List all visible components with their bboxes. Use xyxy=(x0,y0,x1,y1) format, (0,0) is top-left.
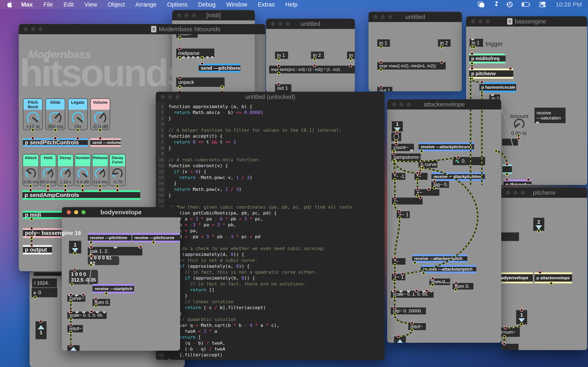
untitled-maxmin-window-titlebar[interactable]: untitled xyxy=(369,12,462,22)
times-b[interactable]: *~ xyxy=(392,258,406,265)
stage-manager-icon[interactable] xyxy=(478,1,485,8)
untitled-tanh-window-titlebar[interactable]: untitled xyxy=(266,19,355,29)
ftom-1[interactable]: ftom 0. xyxy=(429,278,450,285)
menu-item-debug[interactable]: Debug xyxy=(193,1,221,8)
knob-sustain[interactable]: Sustain0.0 dB xyxy=(75,154,91,186)
traffic-lights[interactable] xyxy=(392,102,411,106)
traffic-lights[interactable] xyxy=(373,15,392,19)
ftom[interactable]: ftom 0. xyxy=(93,299,110,306)
minimize-button[interactable] xyxy=(478,19,483,24)
midiparse[interactable]: midiparse xyxy=(176,49,214,58)
in-2[interactable]: in 2 xyxy=(311,52,324,59)
knob-glide[interactable]: Glide350 ms xyxy=(45,98,65,130)
in-1[interactable]: in 1 xyxy=(377,39,390,47)
msg-3125[interactable]: 1 0 0 0 312.5 -0.35 xyxy=(69,270,98,284)
mtof[interactable]: mtof~ xyxy=(408,323,426,330)
plus-1b[interactable]: +~ 1 xyxy=(392,274,405,280)
battery-icon[interactable] xyxy=(521,2,530,7)
receive-attackpitchtime[interactable]: receive ---attackpitchtime xyxy=(432,172,485,181)
zoom-button[interactable] xyxy=(407,102,411,106)
knob-attack[interactable]: Attack3.00 ms xyxy=(22,154,39,186)
zoom-button[interactable] xyxy=(388,15,392,19)
code-editor[interactable]: 1234567891011121314151617181920212223242… xyxy=(156,102,385,360)
zoom-button[interactable] xyxy=(38,27,43,31)
scale[interactable]: scale~ 0. 1. 0. 65. xyxy=(391,291,434,298)
times[interactable]: *~ xyxy=(415,173,428,180)
receive-attackpitchcurve[interactable]: receive ---attackpitchcurve xyxy=(419,142,474,151)
out-1[interactable]: out 1 xyxy=(275,84,291,92)
traffic-lights[interactable] xyxy=(67,210,86,214)
mtof[interactable]: mtof~ xyxy=(67,325,83,332)
close-button[interactable] xyxy=(506,191,510,195)
knob-decay[interactable]: Decay1.10 s xyxy=(57,154,74,186)
expr-tanh[interactable]: expr tanh((in1 - in3) / (1 - in2)) * (1 … xyxy=(269,66,355,73)
umenu-1[interactable]: 1 xyxy=(392,121,403,132)
p-thispoly[interactable]: p thispoly~ xyxy=(503,180,531,185)
in-1[interactable]: in 1 xyxy=(470,39,483,47)
knob-release[interactable]: Release514 ms xyxy=(92,154,108,186)
out-1[interactable]: out 1 xyxy=(377,87,392,91)
receive-attackstartpitch[interactable]: receive ---attackstartpitch xyxy=(421,265,476,273)
gain-box[interactable] xyxy=(502,164,512,174)
send-volume[interactable]: send ---volume xyxy=(90,138,121,147)
receive-attackendpitch[interactable]: receive ---attackendpitch xyxy=(412,254,467,263)
apple-menu-icon[interactable] xyxy=(7,1,12,8)
p-bodyenvelope[interactable]: p bodyenvelope xyxy=(501,272,533,284)
traffic-lights[interactable] xyxy=(506,191,525,195)
menu-item-arrange[interactable]: Arrange xyxy=(130,1,162,8)
p-sendampcontrols[interactable]: p sendAmpControls xyxy=(22,190,140,200)
plus[interactable]: +~ xyxy=(415,189,439,196)
receive-startpitch[interactable]: receive ---startpitch xyxy=(93,284,134,293)
zoom-button[interactable] xyxy=(486,19,490,24)
minimize-button[interactable] xyxy=(168,95,172,99)
p-pitchenv[interactable]: p pitchenv xyxy=(469,68,513,79)
times-neg1[interactable]: *~ -1 xyxy=(392,173,405,180)
p-output[interactable]: p output xyxy=(23,245,52,254)
knob-pitch-bend[interactable]: Pitch Bend+12 st xyxy=(23,98,43,130)
close-button[interactable] xyxy=(67,210,71,214)
flonum[interactable] xyxy=(502,139,518,146)
close-button[interactable] xyxy=(24,27,28,31)
control-center-icon[interactable] xyxy=(539,1,546,8)
in-3[interactable]: in 3 xyxy=(347,52,355,59)
traffic-lights[interactable] xyxy=(161,95,180,99)
shush-icon[interactable] xyxy=(493,1,498,8)
minimize-button[interactable] xyxy=(381,15,385,19)
menu-item-max[interactable]: Max xyxy=(16,1,38,8)
partial-object[interactable] xyxy=(34,272,61,276)
divide[interactable]: /~ xyxy=(392,198,423,205)
sig-0[interactable]: sig~ 0. xyxy=(432,181,449,188)
knob-legato[interactable]: LegatoOn xyxy=(68,98,88,130)
close-button[interactable] xyxy=(392,102,396,106)
p-harmonicscale[interactable]: p harmonicscale xyxy=(479,82,516,92)
close-button[interactable] xyxy=(161,95,165,99)
time-machine-icon[interactable] xyxy=(506,1,513,8)
send-pitchbend[interactable]: send ---pitchbend xyxy=(199,64,241,73)
maximum[interactable]: maximum~ xyxy=(501,327,520,337)
knob-decay-curve[interactable]: Decay Curve-0.70 xyxy=(109,154,126,186)
amount-dial[interactable] xyxy=(513,118,525,130)
unpack[interactable]: unpack xyxy=(176,77,225,87)
midi-window-titlebar[interactable]: [midi] xyxy=(172,10,255,20)
umenu-1[interactable]: 1 xyxy=(516,310,527,324)
modernbass-window-titlebar[interactable]: 8Modernbass hitsounds xyxy=(19,24,265,34)
curve[interactable]: curve~ xyxy=(67,295,85,302)
umenu-out[interactable]: 1 xyxy=(67,345,80,351)
ftom-2[interactable]: ftom 0. xyxy=(453,283,474,290)
close-button[interactable] xyxy=(177,13,181,17)
umenu-out[interactable]: 1 xyxy=(394,336,406,343)
pitchenv-window-titlebar[interactable]: pitchenv xyxy=(501,188,587,198)
bang-button[interactable] xyxy=(391,133,401,141)
minimize-button[interactable] xyxy=(278,22,282,26)
sampstoms[interactable]: sampstoms~ xyxy=(391,154,421,161)
traffic-lights[interactable] xyxy=(177,13,196,17)
menu-item-help[interactable]: Help xyxy=(280,1,303,8)
minimize-button[interactable] xyxy=(31,27,35,31)
bassengine-window-titlebar[interactable]: 8bassengine xyxy=(466,16,587,26)
attackenvelope-window-titlebar[interactable]: attackenvelope xyxy=(387,99,501,109)
menu-item-extras[interactable]: Extras xyxy=(252,1,280,8)
blank-box[interactable] xyxy=(501,344,519,350)
pak[interactable]: pak 1. 2. xyxy=(88,247,142,256)
minimize-button[interactable] xyxy=(74,210,78,214)
traffic-lights[interactable] xyxy=(271,22,290,26)
